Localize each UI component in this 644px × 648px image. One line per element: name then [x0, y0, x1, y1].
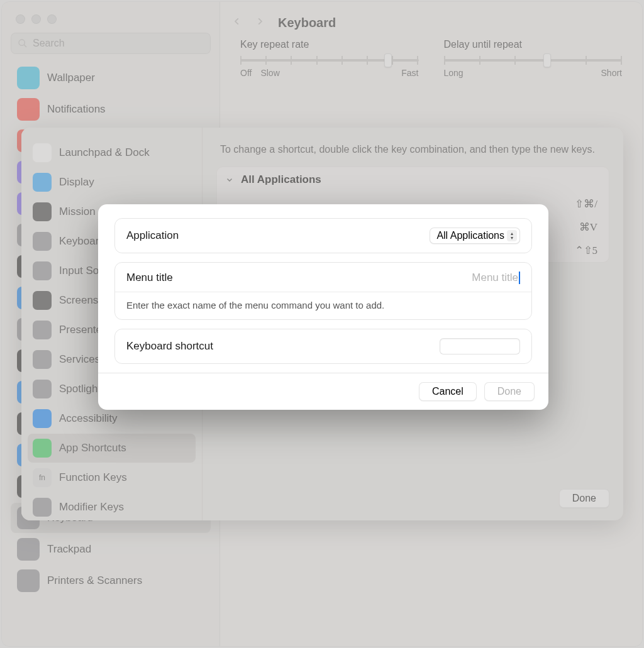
dialog-footer: Cancel Done	[98, 373, 548, 410]
application-label: Application	[126, 229, 179, 242]
keyboard-shortcut-label: Keyboard shortcut	[126, 340, 213, 353]
menu-title-input[interactable]	[394, 272, 520, 284]
done-button[interactable]: Done	[484, 382, 535, 401]
menu-title-label: Menu title	[126, 272, 173, 284]
menu-title-card: Menu title Enter the exact name of the m…	[114, 262, 532, 320]
application-select[interactable]: All Applications	[430, 228, 520, 244]
menu-title-hint: Enter the exact name of the menu command…	[126, 300, 520, 310]
application-card: Application All Applications	[114, 218, 532, 253]
application-value: All Applications	[436, 230, 504, 241]
cancel-button[interactable]: Cancel	[419, 382, 477, 401]
shortcut-card: Keyboard shortcut	[114, 329, 532, 364]
add-shortcut-dialog: Application All Applications Menu title …	[98, 204, 548, 410]
keyboard-shortcut-input[interactable]	[440, 338, 520, 354]
updown-icon	[507, 230, 517, 241]
